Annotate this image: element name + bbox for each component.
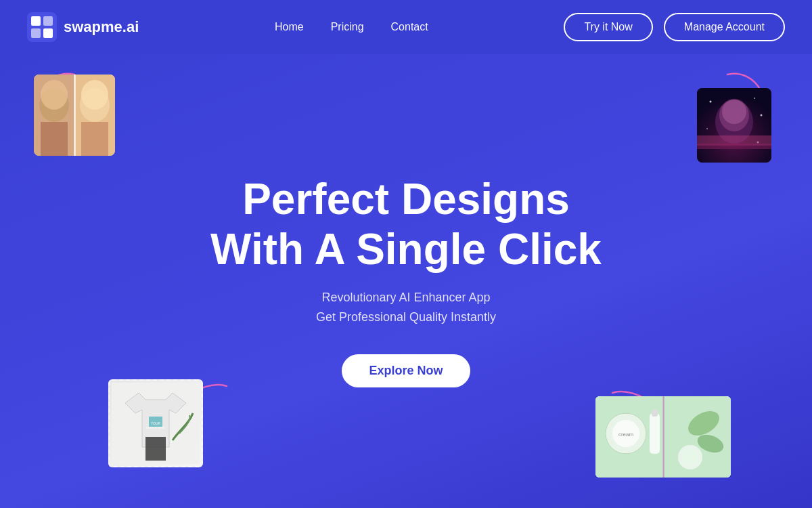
svg-text:cream: cream xyxy=(618,431,634,438)
svg-point-8 xyxy=(41,80,68,110)
navbar: swapme.ai Home Pricing Contact Try it No… xyxy=(0,0,812,54)
svg-rect-4 xyxy=(43,28,53,38)
svg-rect-1 xyxy=(31,16,41,26)
nav-pricing[interactable]: Pricing xyxy=(331,21,364,33)
nav-home[interactable]: Home xyxy=(275,21,304,33)
mockup-tshirt: YOUR DESIGN HERE xyxy=(108,379,203,467)
svg-point-20 xyxy=(710,101,712,103)
portrait-right xyxy=(697,88,771,163)
nav-contact[interactable]: Contact xyxy=(391,21,428,33)
logo[interactable]: swapme.ai xyxy=(27,12,139,42)
svg-point-23 xyxy=(706,128,708,129)
svg-rect-3 xyxy=(31,28,41,38)
svg-text:DESIGN HERE: DESIGN HERE xyxy=(146,426,165,429)
svg-point-21 xyxy=(754,98,755,99)
try-now-button[interactable]: Try it Now xyxy=(564,13,652,41)
hero-section: Perfect Designs With A Single Click Revo… xyxy=(0,54,812,508)
svg-point-44 xyxy=(682,449,698,465)
nav-buttons: Try it Now Manage Account xyxy=(564,13,785,41)
manage-account-button[interactable]: Manage Account xyxy=(664,13,785,41)
nav-links: Home Pricing Contact xyxy=(275,21,428,33)
svg-rect-40 xyxy=(652,410,658,417)
brand-name: swapme.ai xyxy=(64,18,139,36)
svg-point-22 xyxy=(761,114,763,117)
svg-point-19 xyxy=(722,100,746,124)
explore-now-button[interactable]: Explore Now xyxy=(342,354,470,387)
hero-subtitle-line1: Revolutionary AI Enhancer App xyxy=(321,291,490,304)
svg-rect-2 xyxy=(43,16,53,26)
svg-rect-9 xyxy=(41,122,68,156)
hero-title-line1: Perfect Designs xyxy=(242,175,570,224)
hero-title: Perfect Designs With A Single Click xyxy=(210,175,602,274)
hero-title-line2: With A Single Click xyxy=(210,225,602,274)
hero-subtitle-line2: Get Professional Quality Instantly xyxy=(316,310,496,324)
portrait-left xyxy=(34,75,115,156)
svg-rect-39 xyxy=(650,413,660,454)
svg-rect-32 xyxy=(145,437,166,461)
svg-text:YOUR: YOUR xyxy=(151,421,161,425)
svg-rect-13 xyxy=(81,122,108,156)
svg-rect-26 xyxy=(697,144,771,149)
product-mockup-right: cream xyxy=(595,396,731,478)
logo-icon xyxy=(27,12,57,42)
svg-point-12 xyxy=(81,80,108,110)
hero-subtitle: Revolutionary AI Enhancer App Get Profes… xyxy=(316,288,496,327)
